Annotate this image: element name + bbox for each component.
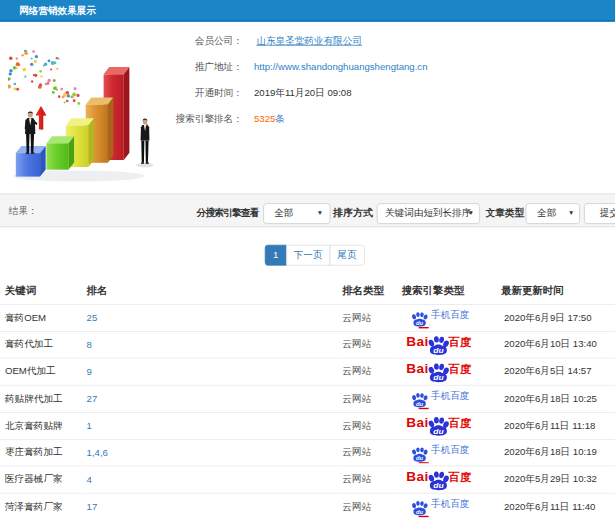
- svg-text:du: du: [433, 481, 443, 490]
- svg-text:du: du: [416, 509, 423, 515]
- svg-text:du: du: [433, 427, 443, 436]
- svg-text:du: du: [416, 401, 423, 407]
- svg-text:du: du: [416, 320, 423, 326]
- svg-text:du: du: [433, 373, 443, 382]
- svg-text:du: du: [416, 455, 423, 461]
- svg-text:du: du: [433, 346, 443, 355]
